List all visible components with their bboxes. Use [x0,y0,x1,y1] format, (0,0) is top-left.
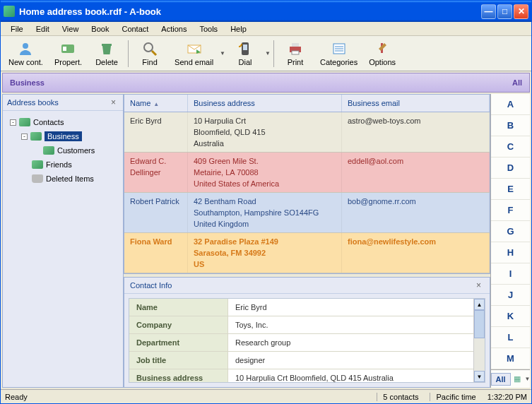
print-button[interactable]: Print [277,38,314,69]
alpha-all-button[interactable]: All [491,373,511,386]
maximize-button[interactable]: □ [497,4,512,19]
alpha-m[interactable]: M [491,348,530,369]
detail-body: NameEric ByrdCompanyToys, Inc.Department… [129,298,485,383]
alpha-a[interactable]: A [491,94,530,115]
toolbar-label: Delete [95,58,118,66]
svg-line-5 [152,51,156,55]
categories-button[interactable]: Categories [315,38,362,69]
tree-item-label: Customers [57,146,95,155]
tree-item-business[interactable]: -Business [6,129,120,143]
toolbar-separator [273,40,274,67]
menu-file[interactable]: File [5,23,29,35]
table-row[interactable]: Robert Patrick42 Bentham Road Southampto… [124,193,490,233]
detail-row: DepartmentResearch group [129,334,485,352]
detail-value: designer [228,352,485,369]
cell-name: Eric Byrd [124,112,188,152]
menu-view[interactable]: View [57,23,85,35]
alpha-l[interactable]: L [491,327,530,348]
alpha-index-footer: All ▦ ▼ [491,369,530,388]
detail-key: Business address [129,369,228,383]
detail-key: Job title [129,352,228,369]
vertical-scrollbar[interactable]: ▲ ▼ [473,299,485,382]
tree-toggle-icon[interactable]: - [10,119,16,126]
alpha-k[interactable]: K [491,306,530,327]
main-area: Address books × -Contacts-BusinessCustom… [2,94,530,388]
col-header-address[interactable]: Business address [188,95,342,112]
contact-detail-panel: Contact Info × NameEric ByrdCompanyToys,… [124,277,490,388]
detail-value: 10 Harpulia Crt Bloomfield, QLD 415 Aust… [228,369,485,383]
scroll-thumb[interactable] [474,310,485,338]
book-icon [32,160,43,169]
alpha-d[interactable]: D [491,158,530,179]
dial-button[interactable]: Dial [227,38,264,69]
alpha-e[interactable]: E [491,179,530,200]
cell-name: Edward C. Dellinger [124,153,188,192]
close-button[interactable]: ✕ [514,4,528,19]
cell-address: 409 Green Mile St. Metairie, LA 70088 Un… [188,153,342,192]
table-row[interactable]: Edward C. Dellinger409 Green Mile St. Me… [124,153,490,193]
contacts-table: Name▲ Business address Business email Er… [124,94,490,274]
cell-address: 32 Paradise Plaza #149 Sarasota, FM 3499… [188,233,342,273]
alpha-j[interactable]: J [491,285,530,306]
menu-edit[interactable]: Edit [30,23,55,35]
chevron-down-icon[interactable]: ▼ [265,50,271,57]
tree-item-contacts[interactable]: -Contacts [6,115,120,129]
window-title: Home address book.rdf - A-book [19,6,481,17]
detail-row: Business address10 Harpulia Crt Bloomfie… [129,369,485,383]
tree-item-friends[interactable]: Friends [6,158,120,172]
menu-tools[interactable]: Tools [194,23,223,35]
alpha-c[interactable]: C [491,136,530,158]
alpha-b[interactable]: B [491,115,530,136]
alpha-f[interactable]: F [491,200,530,221]
tree-item-label: Deleted Items [46,174,94,183]
alpha-h[interactable]: H [491,242,530,263]
menu-contact[interactable]: Contact [116,23,154,35]
delete-button[interactable]: Delete [88,38,125,69]
category-filter[interactable]: All [512,78,522,87]
menu-actions[interactable]: Actions [155,23,192,35]
find-button[interactable]: Find [131,38,168,69]
alpha-g[interactable]: G [491,221,530,242]
menu-book[interactable]: Book [85,23,114,35]
close-icon[interactable]: × [108,97,119,107]
col-header-name[interactable]: Name▲ [124,95,188,112]
tree-toggle-icon[interactable]: - [21,133,28,140]
options-button[interactable]: Options [364,38,401,69]
print-icon [288,41,303,57]
tools-icon [374,41,390,57]
send-email-button[interactable]: Send email [170,38,218,69]
properties-button[interactable]: Propert. [49,38,87,69]
chevron-down-icon[interactable]: ▼ [525,376,531,382]
center-panel: Name▲ Business address Business email Er… [124,94,490,388]
tree-item-deleted-items[interactable]: Deleted Items [6,172,120,186]
cell-name: Fiona Ward [124,233,188,273]
detail-key: Company [129,316,228,333]
book-icon [43,146,54,155]
menu-help[interactable]: Help [225,23,252,35]
sidebar-title: Address books [7,98,59,107]
scroll-up-icon[interactable]: ▲ [474,299,485,310]
minimize-button[interactable]: — [481,4,496,19]
table-row[interactable]: Eric Byrd10 Harpulia Crt Bloomfield, QLD… [124,112,490,153]
col-header-email[interactable]: Business email [342,95,490,112]
app-icon [4,6,15,17]
book-icon [30,132,42,141]
chevron-down-icon[interactable]: ▼ [220,50,225,57]
close-icon[interactable]: × [473,280,484,290]
tree-item-label: Business [45,131,82,141]
table-row[interactable]: Fiona Ward32 Paradise Plaza #149 Sarasot… [124,233,490,273]
toolbar-label: Send email [175,58,213,66]
book-icon [19,118,30,126]
svg-rect-11 [292,51,299,54]
scroll-down-icon[interactable]: ▼ [474,371,485,382]
toolbar-label: Find [142,58,157,66]
new-contact-button[interactable]: New cont. [4,38,48,69]
alpha-mode-icon[interactable]: ▦ [514,374,521,384]
detail-row: CompanyToys, Inc. [129,316,485,334]
titlebar[interactable]: Home address book.rdf - A-book — □ ✕ [1,1,531,22]
table-body: Eric Byrd10 Harpulia Crt Bloomfield, QLD… [124,112,490,273]
alpha-i[interactable]: I [491,263,530,285]
phone-icon [237,41,253,57]
app-window: Home address book.rdf - A-book — □ ✕ Fil… [0,0,532,404]
tree-item-customers[interactable]: Customers [6,143,120,158]
